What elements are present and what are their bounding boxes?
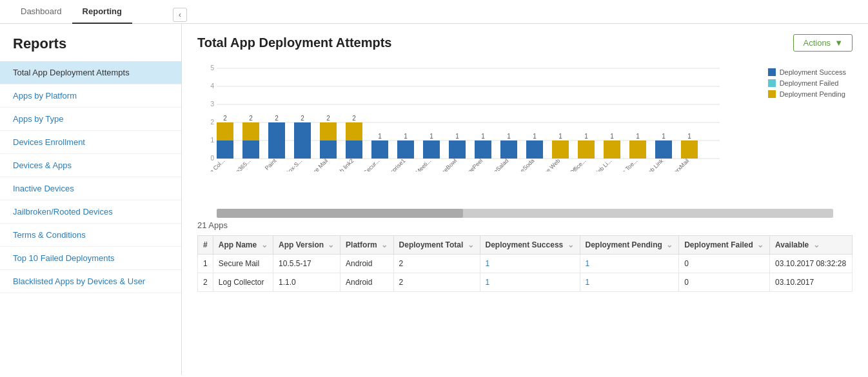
svg-text:Log Col...: Log Col... — [204, 157, 226, 171]
chart-container: 5432102Log Col...2Office365...2Paint2San… — [197, 62, 853, 204]
sidebar-item-9[interactable]: Blacklisted Apps by Devices & User — [0, 270, 181, 293]
legend-label-2: Deployment Pending — [780, 90, 845, 98]
data-table: #App Name ⌄App Version ⌄Platform ⌄Deploy… — [197, 235, 853, 292]
svg-text:4: 4 — [210, 82, 214, 90]
svg-text:2: 2 — [326, 115, 330, 122]
sidebar-item-0[interactable]: Total App Deployment Attempts — [0, 61, 181, 84]
cell-r1-c1: Log Collector — [213, 273, 273, 292]
sort-icon-2: ⌄ — [328, 240, 334, 249]
legend-color-1 — [768, 79, 776, 87]
cell-r0-c4: 2 — [393, 255, 480, 273]
svg-text:1: 1 — [584, 133, 588, 140]
sidebar: Reports Total App Deployment AttemptsApp… — [0, 24, 182, 375]
sidebar-item-8[interactable]: Top 10 Failed Deployments — [0, 247, 181, 270]
svg-rect-46 — [475, 140, 491, 159]
svg-text:OrangeSoda: OrangeSoda — [508, 157, 535, 171]
sidebar-item-2[interactable]: Apps by Type — [0, 108, 181, 131]
col-header-4[interactable]: Deployment Total ⌄ — [393, 236, 480, 255]
col-header-8[interactable]: Available ⌄ — [770, 236, 853, 255]
svg-rect-67 — [655, 140, 672, 159]
svg-rect-31 — [346, 122, 362, 140]
chart-scrollbar[interactable] — [217, 209, 833, 218]
chart-legend: Deployment SuccessDeployment FailedDeplo… — [768, 68, 846, 98]
svg-text:1: 1 — [507, 133, 511, 140]
cell-r1-c7: 0 — [679, 273, 770, 292]
tab-dashboard[interactable]: Dashboard — [10, 0, 72, 24]
table-row: 1Secure Mail10.5.5-17Android211003.10.20… — [198, 255, 853, 273]
svg-text:1: 1 — [558, 133, 562, 140]
col-header-5[interactable]: Deployment Success ⌄ — [480, 236, 580, 255]
svg-rect-20 — [268, 122, 285, 159]
sidebar-item-1[interactable]: Apps by Platform — [0, 84, 181, 108]
table-body: 1Secure Mail10.5.5-17Android211003.10.20… — [198, 255, 853, 292]
sort-icon-7: ⌄ — [757, 240, 764, 249]
svg-text:Citrix Secur...: Citrix Secur... — [352, 157, 381, 171]
content-area: Total App Deployment Attempts Actions ▼ … — [182, 24, 868, 375]
svg-text:2: 2 — [275, 115, 279, 122]
col-header-2[interactable]: App Version ⌄ — [273, 236, 340, 255]
svg-text:1: 1 — [687, 133, 691, 140]
legend-item-2: Deployment Pending — [768, 90, 846, 98]
svg-rect-30 — [346, 140, 362, 159]
sidebar-item-5[interactable]: Inactive Devices — [0, 177, 181, 200]
legend-color-2 — [768, 90, 776, 98]
tab-reporting[interactable]: Reporting — [72, 0, 132, 24]
svg-text:2: 2 — [301, 115, 304, 122]
svg-text:SSA-Office...: SSA-Office... — [559, 157, 587, 171]
legend-color-0 — [768, 68, 776, 76]
svg-text:GoToMeeti...: GoToMeeti... — [404, 157, 432, 171]
svg-rect-40 — [423, 140, 440, 159]
sort-icon-4: ⌄ — [468, 240, 474, 249]
svg-text:Web Link: Web Link — [643, 157, 665, 171]
col-header-7[interactable]: Deployment Failed ⌄ — [679, 236, 770, 255]
cell-r0-c7: 0 — [679, 255, 770, 273]
cell-r0-c2: 10.5.5-17 — [273, 255, 340, 273]
svg-rect-37 — [397, 140, 414, 159]
svg-text:1: 1 — [210, 137, 214, 144]
cell-r1-c6[interactable]: 1 — [580, 273, 679, 292]
svg-text:Office365...: Office365... — [226, 157, 252, 171]
sidebar-item-7[interactable]: Terms & Conditions — [0, 224, 181, 247]
table-row: 2Log Collector1.1.0Android211003.10.2017 — [198, 273, 853, 292]
svg-text:1: 1 — [610, 133, 614, 140]
svg-rect-26 — [320, 140, 337, 159]
cell-r1-c8: 03.10.2017 — [770, 273, 853, 292]
table-count: 21 Apps — [197, 220, 853, 230]
cell-r1-c4: 2 — [393, 273, 480, 292]
svg-text:OrangePeel: OrangePeel — [457, 157, 484, 171]
legend-item-0: Deployment Success — [768, 68, 846, 76]
cell-r0-c5[interactable]: 1 — [480, 255, 580, 273]
actions-button[interactable]: Actions ▼ — [793, 34, 853, 52]
cell-r1-c5[interactable]: 1 — [480, 273, 580, 292]
svg-text:1: 1 — [636, 133, 640, 140]
svg-text:2: 2 — [223, 115, 227, 122]
sidebar-item-4[interactable]: Devices & Apps — [0, 154, 181, 177]
cell-r0-c0: 1 — [198, 255, 213, 273]
svg-text:1: 1 — [662, 133, 666, 140]
sort-icon-1: ⌄ — [261, 240, 268, 249]
sidebar-item-6[interactable]: Jailbroken/Rooted Devices — [0, 200, 181, 224]
svg-text:5: 5 — [210, 64, 214, 72]
chevron-down-icon: ▼ — [834, 38, 843, 48]
table-header-row: #App Name ⌄App Version ⌄Platform ⌄Deploy… — [198, 236, 853, 255]
svg-rect-43 — [449, 140, 466, 159]
col-header-1[interactable]: App Name ⌄ — [213, 236, 273, 255]
col-header-6[interactable]: Deployment Pending ⌄ — [580, 236, 679, 255]
cell-r0-c6[interactable]: 1 — [580, 255, 679, 273]
svg-text:Secure Web: Secure Web — [534, 157, 561, 171]
svg-text:1: 1 — [481, 133, 485, 140]
cell-r0-c8: 03.10.2017 08:32:28 — [770, 255, 853, 273]
svg-text:1: 1 — [533, 133, 537, 140]
col-header-3[interactable]: Platform ⌄ — [340, 236, 394, 255]
svg-rect-12 — [217, 140, 233, 159]
page-title: Total App Deployment Attempts — [197, 35, 391, 50]
svg-text:1: 1 — [404, 133, 408, 140]
cell-r1-c0: 2 — [198, 273, 213, 292]
legend-label-0: Deployment Success — [780, 68, 846, 76]
col-header-0[interactable]: # — [198, 236, 213, 255]
svg-rect-52 — [526, 140, 543, 159]
sidebar-item-3[interactable]: Devices Enrollment — [0, 131, 181, 154]
cell-r1-c3: Android — [340, 273, 394, 292]
svg-text:1: 1 — [378, 133, 382, 140]
top-nav: Dashboard Reporting — [0, 0, 868, 24]
